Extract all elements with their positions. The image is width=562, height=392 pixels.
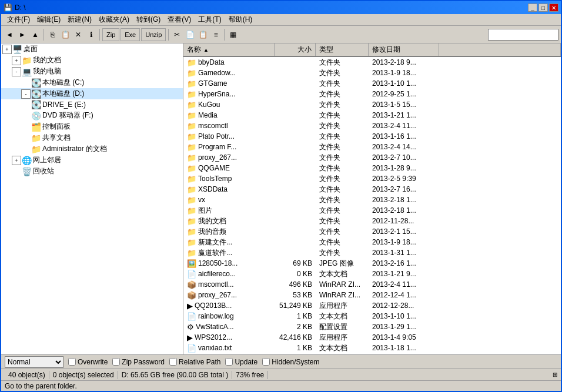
tree-item-desktop[interactable]: + 🖥️ 桌面 — [1, 43, 183, 55]
file-row[interactable]: 🖼️128050-18...69 KBJPEG 图像2013-2-16 1... — [183, 258, 561, 269]
col-header-name[interactable]: 名称 ▲ — [183, 43, 275, 56]
paste-button[interactable]: 📋 — [59, 29, 71, 41]
file-row[interactable]: 📄aicfilereco...0 KB文本文档2013-1-21 9... — [183, 269, 561, 279]
col-header-date[interactable]: 修改日期 — [369, 43, 439, 56]
tree-item-admindocs[interactable]: 📁 Administrator 的文档 — [1, 143, 183, 155]
file-cell-date: 2013-1-16 1... — [369, 132, 439, 140]
tree-expander[interactable]: + — [12, 156, 21, 165]
tree-item-controlpanel[interactable]: 🗂️ 控制面板 — [1, 121, 183, 132]
col-type-label: 类型 — [319, 45, 333, 55]
delete-button[interactable]: ✕ — [72, 29, 84, 41]
zip-button[interactable]: Zip — [102, 28, 119, 41]
close-button[interactable]: ✕ — [549, 4, 558, 12]
menu-view[interactable]: 查看(V) — [164, 14, 195, 25]
file-row[interactable]: 📁我的音频文件夹2013-2-1 15... — [183, 226, 561, 237]
relative-path-checkbox[interactable] — [169, 358, 177, 366]
relative-path-checkbox-label[interactable]: Relative Path — [169, 358, 220, 366]
menu-goto[interactable]: 转到(G) — [133, 14, 164, 25]
col-header-type[interactable]: 类型 — [316, 43, 369, 56]
minimize-button[interactable]: _ — [528, 4, 537, 12]
tree-expander[interactable]: - — [21, 89, 31, 99]
menu-new[interactable]: 新建(N) — [64, 14, 95, 25]
file-row[interactable]: 📁图片文件夹2013-2-18 1... — [183, 205, 561, 216]
file-cell-type: 文件夹 — [316, 68, 369, 78]
file-row[interactable]: 📁ToolsTemp文件夹2013-2-5 9:39 — [183, 173, 561, 184]
file-row[interactable]: 📦mscomctl...496 KBWinRAR ZI...2013-2-4 1… — [183, 279, 561, 290]
col-header-size[interactable]: 大小 — [275, 43, 316, 56]
file-row[interactable]: 📁KuGou文件夹2013-1-5 15... — [183, 99, 561, 110]
file-row[interactable]: 📁vx文件夹2013-2-18 1... — [183, 195, 561, 205]
overwrite-checkbox-label[interactable]: Overwrite — [68, 358, 108, 366]
file-row[interactable]: 📁HyperSna...文件夹2012-9-25 1... — [183, 89, 561, 99]
tree-item-cdrive[interactable]: 💽 本地磁盘 (C:) — [1, 77, 183, 88]
file-row[interactable]: 📦proxy_267...53 KBWinRAR ZI...2012-12-4 … — [183, 290, 561, 300]
hidden-system-checkbox-label[interactable]: Hidden/System — [262, 358, 319, 366]
file-row[interactable]: 📁Media文件夹2013-1-21 1... — [183, 110, 561, 120]
file-row[interactable]: ⚙VwStaticA...2 KB配置设置2013-1-29 1... — [183, 321, 561, 332]
search-input[interactable] — [488, 29, 558, 41]
file-row[interactable]: 📁QQGAME文件夹2013-1-28 9... — [183, 163, 561, 173]
file-name-text: Program F... — [198, 143, 236, 151]
file-row[interactable]: 📁Gamedow...文件夹2013-1-9 18... — [183, 68, 561, 78]
back-button[interactable]: ◄ — [4, 29, 15, 41]
menu-tools[interactable]: 工具(T) — [195, 14, 225, 25]
file-row[interactable]: 📁赢道软件...文件夹2013-1-31 1... — [183, 247, 561, 258]
menu-favorites[interactable]: 收藏夹(A) — [95, 14, 133, 25]
properties-button[interactable]: ℹ — [85, 29, 97, 41]
tree-expander[interactable]: + — [12, 56, 21, 65]
paste2-icon[interactable]: 📋 — [197, 29, 209, 41]
up-button[interactable]: ▲ — [29, 29, 41, 41]
unzip-button[interactable]: Unzip — [141, 28, 166, 41]
tree-item-network[interactable]: + 🌐 网上邻居 — [1, 155, 183, 166]
tree-item-mydocs[interactable]: + 📁 我的文档 — [1, 55, 183, 66]
tree-item-dvd[interactable]: 💿 DVD 驱动器 (F:) — [1, 110, 183, 121]
file-row[interactable]: 📁我的文档文件夹2012-11-28... — [183, 216, 561, 226]
file-row[interactable]: 📁新建文件...文件夹2013-1-9 18... — [183, 237, 561, 247]
hidden-system-checkbox[interactable] — [262, 358, 270, 366]
file-row[interactable]: ▶WPS2012...42,416 KB应用程序2013-1-4 9:05 — [183, 332, 561, 343]
cut-icon[interactable]: ✂ — [171, 29, 183, 41]
file-cell-type: 文件夹 — [316, 248, 369, 258]
file-row[interactable]: 📁bbyData文件夹2013-2-18 9... — [183, 57, 561, 68]
tree-expander — [21, 145, 31, 154]
file-row[interactable]: 📁Program F...文件夹2013-2-4 14... — [183, 142, 561, 152]
file-name-text: Plato Potr... — [198, 132, 235, 140]
file-cell-date: 2013-1-29 1... — [369, 323, 439, 331]
file-cell-type: 文件夹 — [316, 216, 369, 226]
hint-bar: Go to the parent folder. — [1, 380, 561, 391]
zip-password-checkbox-label[interactable]: Zip Password — [112, 358, 165, 366]
update-checkbox-label[interactable]: Update — [225, 358, 257, 366]
tree-expander[interactable]: - — [12, 67, 21, 76]
maximize-button[interactable]: □ — [538, 4, 548, 12]
file-row[interactable]: ▶QQ2013B...51,249 KB应用程序2012-12-28... — [183, 300, 561, 311]
menu-file[interactable]: 文件(F) — [4, 14, 34, 25]
tree-item-ddrive[interactable]: - 💽 本地磁盘 (D:) — [1, 88, 183, 99]
tree-item-mypc[interactable]: - 💻 我的电脑 — [1, 66, 183, 77]
zip-password-checkbox[interactable] — [112, 358, 120, 366]
file-row[interactable]: 📁proxy_267...文件夹2013-2-7 10... — [183, 152, 561, 163]
overwrite-checkbox[interactable] — [68, 358, 76, 366]
copy2-icon[interactable]: 📄 — [184, 29, 196, 41]
forward-button[interactable]: ► — [16, 29, 28, 41]
file-row[interactable]: 📄rainbow.log1 KB文本文档2013-1-10 1... — [183, 311, 561, 321]
file-row[interactable]: 📁Plato Potr...文件夹2013-1-16 1... — [183, 131, 561, 142]
file-cell-type: 文本文档 — [316, 343, 369, 353]
tree-item-shareddocs[interactable]: 📁 共享文档 — [1, 132, 183, 143]
file-row[interactable]: 📁GTGame文件夹2013-1-10 1... — [183, 78, 561, 89]
file-row[interactable]: 📁XSDData文件夹2013-2-7 16... — [183, 184, 561, 195]
menu-edit[interactable]: 编辑(E) — [34, 14, 64, 25]
tree-expander[interactable]: + — [2, 45, 12, 54]
menu-help[interactable]: 帮助(H) — [225, 14, 256, 25]
file-row[interactable]: 📁mscomctl文件夹2013-2-4 11... — [183, 120, 561, 131]
mode-select[interactable]: Normal Store Fast Best — [5, 356, 63, 368]
tree-item-recycle[interactable]: 🗑️ 回收站 — [1, 166, 183, 177]
file-row[interactable]: 📄vanxiao.txt1 KB文本文档2013-1-18 1... — [183, 343, 561, 353]
hint-text: Go to the parent folder. — [5, 382, 77, 390]
view-icon[interactable]: ▦ — [227, 29, 239, 41]
list-icon[interactable]: ≡ — [210, 29, 222, 41]
tree-item-edrive[interactable]: 💽 DRIVE_E (E:) — [1, 99, 183, 110]
file-name-text: HyperSna... — [198, 90, 235, 98]
exe-button[interactable]: Exe — [121, 28, 140, 41]
copy-button[interactable]: ⎘ — [46, 29, 58, 41]
update-checkbox[interactable] — [225, 358, 233, 366]
